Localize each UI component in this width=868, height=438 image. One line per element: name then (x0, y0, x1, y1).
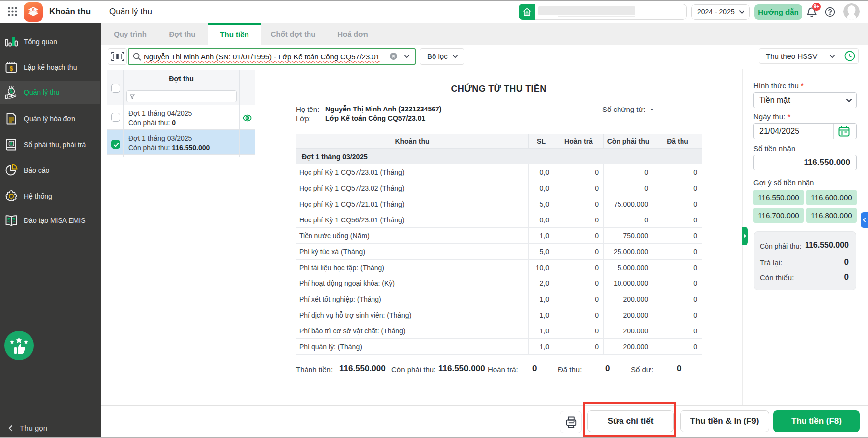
svg-text:$: $ (10, 89, 13, 94)
svg-text:$: $ (32, 7, 34, 12)
svg-text:$: $ (10, 141, 13, 146)
svg-text:$: $ (10, 65, 13, 72)
